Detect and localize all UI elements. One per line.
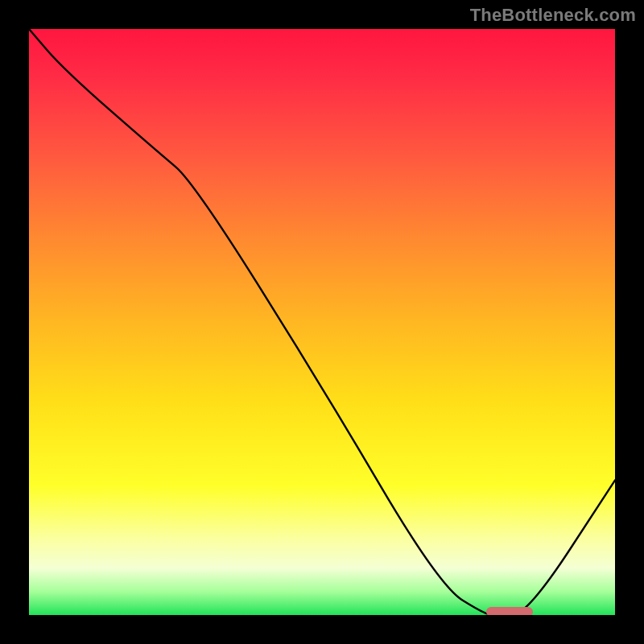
bottleneck-curve — [29, 29, 615, 615]
optimal-marker — [486, 607, 533, 615]
plot-area — [29, 29, 615, 615]
chart-container: TheBottleneck.com — [0, 0, 644, 644]
watermark-text: TheBottleneck.com — [470, 5, 636, 26]
curve-svg — [29, 29, 615, 615]
